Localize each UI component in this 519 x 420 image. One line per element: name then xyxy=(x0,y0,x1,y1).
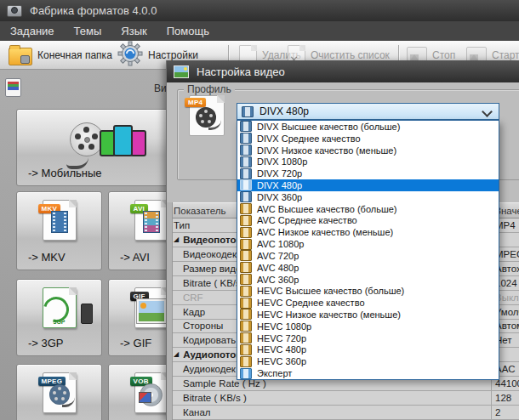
phones-icon xyxy=(102,125,146,156)
dropdown-option[interactable]: AVC Среднее качество xyxy=(237,215,499,227)
dialog-titlebar[interactable]: Настройка видео xyxy=(167,60,519,82)
dropdown-option[interactable]: Эксперт xyxy=(237,367,499,379)
dropdown-option[interactable]: HEVC 480p xyxy=(237,344,499,356)
convert-mkv-button[interactable]: MKV -> MKV xyxy=(16,191,102,270)
film-strip-icon xyxy=(240,203,252,214)
film-strip-icon xyxy=(240,215,252,226)
dropdown-option[interactable]: HEVC Низкое качество (меньше) xyxy=(237,309,499,321)
menu-item-help[interactable]: Помощь xyxy=(167,23,219,39)
mp4-file-icon: MP4 xyxy=(189,95,225,136)
film-strip-icon xyxy=(240,239,252,250)
folder-camera-icon xyxy=(9,48,32,65)
dropdown-option[interactable]: AVC 720p xyxy=(237,250,499,262)
table-row[interactable]: Канал2 xyxy=(167,406,519,420)
disc-file-icon: VOB xyxy=(134,372,168,413)
film-strip-icon xyxy=(240,227,252,238)
dropdown-option[interactable]: HEVC 1080p xyxy=(237,321,499,332)
image-file-icon: GIF xyxy=(134,287,168,328)
dropdown-option[interactable]: AVC Высшее качество (больше) xyxy=(237,203,499,215)
dropdown-option[interactable]: HEVC Высшее качество (больше) xyxy=(237,285,499,297)
dropdown-option[interactable]: HEVC Среднее качество xyxy=(237,297,499,309)
video-settings-dialog: Настройка видео Профиль MP4 DIVX 480p DI… xyxy=(166,60,519,420)
dropdown-option[interactable]: DIVX 720p xyxy=(237,167,499,179)
film-strip-icon xyxy=(240,191,252,202)
table-row-gutter xyxy=(167,202,173,420)
film-strip-icon xyxy=(240,168,252,179)
video-file-icon: AVI xyxy=(134,200,168,241)
film-strip-icon xyxy=(240,286,252,297)
output-folder-button[interactable]: Конечная папка xyxy=(9,43,112,67)
menu-bar: Задание Темы Язык Помощь xyxy=(0,21,519,41)
expand-icon[interactable] xyxy=(174,236,179,243)
film-strip-icon xyxy=(240,332,252,343)
combobox-value: DIVX 480p xyxy=(260,105,309,117)
film-strip-icon xyxy=(240,356,252,367)
convert-mpeg-button[interactable]: MPEG xyxy=(16,364,102,420)
film-strip-icon xyxy=(240,368,252,379)
picture-icon xyxy=(174,65,189,78)
film-strip-icon xyxy=(240,156,252,167)
film-strip-icon xyxy=(240,145,252,156)
menu-item-themes[interactable]: Темы xyxy=(74,23,111,39)
film-strip-icon xyxy=(240,262,252,273)
app-window: Фабрика форматов 4.0.0 Задание Темы Язык… xyxy=(0,0,519,420)
video-clip-icon xyxy=(5,78,21,97)
dropdown-option[interactable]: HEVC 360p xyxy=(237,355,499,367)
window-titlebar[interactable]: Фабрика форматов 4.0.0 xyxy=(0,0,519,21)
dialog-title: Настройка видео xyxy=(197,65,285,78)
video-file-icon: MKV xyxy=(43,200,77,241)
film-strip-icon xyxy=(240,133,252,144)
menu-item-language[interactable]: Язык xyxy=(121,23,156,39)
film-strip-icon xyxy=(240,344,252,355)
film-strip-icon xyxy=(240,309,252,320)
convert-3gp-button[interactable]: 3GP -> 3GP xyxy=(16,279,102,356)
phone-file-icon: 3GP xyxy=(43,287,77,328)
expand-icon[interactable] xyxy=(174,351,179,358)
chevron-down-icon xyxy=(482,106,493,117)
dropdown-option[interactable]: AVC 480p xyxy=(237,262,499,274)
profile-combobox[interactable]: DIVX 480p xyxy=(237,103,499,120)
film-strip-icon xyxy=(240,250,252,261)
dropdown-option-selected[interactable]: DIVX 480p xyxy=(237,179,499,191)
dropdown-option[interactable]: DIVX Низкое качество (меньше) xyxy=(237,145,499,156)
film-strip-icon xyxy=(240,121,252,132)
film-strip-icon xyxy=(240,274,252,285)
film-strip-icon xyxy=(240,321,252,332)
table-row[interactable]: Bitrate ( KB/s )128 xyxy=(167,391,519,406)
gear-icon xyxy=(117,41,143,69)
camera-icon xyxy=(7,5,22,17)
film-strip-icon xyxy=(240,179,252,190)
film-reel-icon xyxy=(70,122,104,156)
dropdown-option[interactable]: AVC 1080p xyxy=(237,238,499,250)
menu-item-task[interactable]: Задание xyxy=(10,23,64,39)
film-strip-icon xyxy=(242,106,254,117)
dropdown-option[interactable]: AVC Низкое качество (меньше) xyxy=(237,226,499,238)
dropdown-option[interactable]: DIVX 1080p xyxy=(237,156,499,167)
film-reel-file-icon: MPEG xyxy=(43,372,77,413)
profile-dropdown-list: DIVX Высшее качество (больше) DIVX Средн… xyxy=(237,120,499,380)
dropdown-option[interactable]: DIVX Среднее качество xyxy=(237,133,499,145)
profile-group-label: Профиль xyxy=(184,83,235,95)
window-title: Фабрика форматов 4.0.0 xyxy=(30,4,157,17)
dropdown-option[interactable]: DIVX Высшее качество (больше) xyxy=(237,121,499,133)
dropdown-option[interactable]: AVC 360p xyxy=(237,274,499,286)
dropdown-option[interactable]: HEVC 720p xyxy=(237,332,499,344)
film-strip-icon xyxy=(240,298,252,309)
dropdown-option[interactable]: DIVX 360p xyxy=(237,191,499,203)
